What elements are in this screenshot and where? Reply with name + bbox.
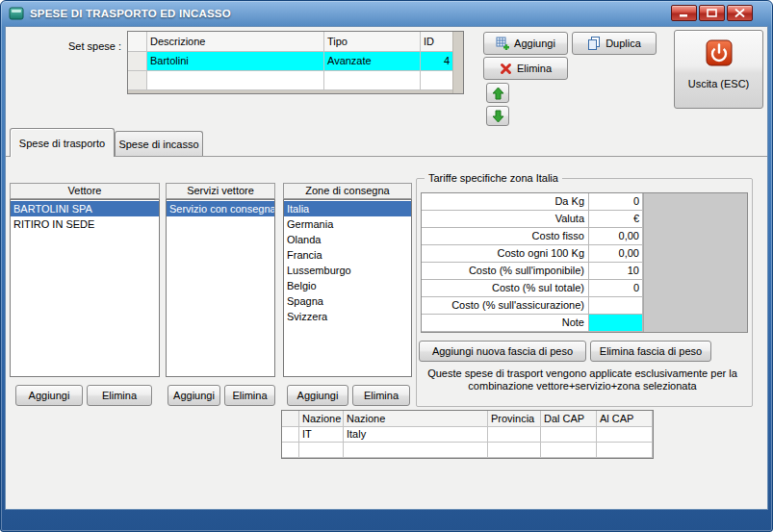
servizi-elimina-button[interactable]: Elimina bbox=[224, 385, 275, 406]
zone-listbox[interactable]: Italia Germania Olanda Francia Lussembur… bbox=[283, 199, 412, 377]
row-indicator-cell bbox=[128, 52, 147, 71]
duplica-label: Duplica bbox=[606, 38, 641, 49]
column-header-descrizione: Descrizione bbox=[147, 32, 324, 52]
column-header-nazione-codice: Nazione bbox=[299, 411, 344, 427]
tariffe-groupbox: Tariffe specifiche zona Italia Da Kg 0 V… bbox=[416, 178, 753, 407]
nazioni-row-empty[interactable] bbox=[282, 443, 653, 458]
zone-item[interactable]: Belgio bbox=[284, 278, 411, 293]
tariffe-grid-disabled-area bbox=[643, 193, 747, 332]
tariffe-group-title: Tariffe specifiche zona Italia bbox=[425, 171, 562, 185]
vettore-elimina-button[interactable]: Elimina bbox=[87, 385, 152, 406]
cell-nazione-codice[interactable]: IT bbox=[299, 427, 344, 443]
maximize-button[interactable] bbox=[699, 5, 725, 21]
set-spese-grid[interactable]: Descrizione Tipo ID Bartolini Avanzate 4 bbox=[127, 31, 464, 94]
green-arrow-up-icon bbox=[492, 87, 504, 100]
zone-item[interactable]: Francia bbox=[284, 247, 411, 263]
tariffe-value-note[interactable] bbox=[589, 315, 643, 332]
app-window: SPESE DI TRASPORTO ED INCASSO Set spese … bbox=[0, 0, 773, 532]
vettore-listbox[interactable]: BARTOLINI SPA RITIRO IN SEDE bbox=[10, 199, 160, 377]
green-arrow-down-icon bbox=[492, 110, 504, 123]
aggiungi-fascia-button[interactable]: Aggiungi nuova fascia di peso bbox=[419, 341, 586, 362]
zone-item[interactable]: Lussemburgo bbox=[284, 263, 411, 278]
uscita-button[interactable]: Uscita (ESC) bbox=[674, 30, 763, 109]
set-grid-header: Descrizione Tipo ID bbox=[128, 32, 463, 52]
tariffe-grid[interactable]: Da Kg 0 Valuta € Costo fisso 0,00 Costo … bbox=[421, 192, 748, 333]
aggiungi-set-button[interactable]: Aggiungi bbox=[483, 32, 568, 55]
tab-spese-di-incasso[interactable]: Spese di incasso bbox=[115, 131, 203, 157]
nazioni-row-selected[interactable]: IT Italy bbox=[282, 427, 653, 443]
tariffe-value-da-kg[interactable]: 0 bbox=[589, 193, 643, 211]
elimina-set-label: Elimina bbox=[517, 63, 552, 74]
close-button[interactable] bbox=[727, 5, 753, 21]
cell-al-cap[interactable] bbox=[597, 427, 653, 443]
power-icon bbox=[706, 39, 733, 66]
minimize-icon bbox=[679, 9, 689, 17]
cell-id[interactable]: 4 bbox=[421, 52, 453, 71]
tariffe-value-costo-fisso[interactable]: 0,00 bbox=[589, 228, 643, 245]
tab-spese-di-trasporto[interactable]: Spese di trasporto bbox=[10, 128, 115, 157]
set-grid-row-empty[interactable] bbox=[128, 71, 463, 90]
tab-trasporto-label: Spese di trasporto bbox=[19, 138, 105, 149]
elimina-fascia-button[interactable]: Elimina fascia di peso bbox=[590, 341, 711, 362]
servizi-item[interactable]: Servizio con consegna bbox=[167, 201, 274, 216]
zone-item[interactable]: Italia bbox=[284, 201, 411, 216]
zone-panel-title: Zone di consegna bbox=[283, 183, 412, 199]
zone-aggiungi-button[interactable]: Aggiungi bbox=[287, 385, 348, 406]
uscita-label: Uscita (ESC) bbox=[688, 78, 750, 89]
red-x-icon bbox=[500, 63, 512, 75]
column-header-tipo: Tipo bbox=[324, 32, 421, 52]
vettore-aggiungi-button[interactable]: Aggiungi bbox=[15, 385, 83, 406]
tariffe-value-perc-totale[interactable]: 0 bbox=[589, 280, 643, 297]
window-icon bbox=[9, 6, 24, 21]
minimize-button[interactable] bbox=[671, 5, 697, 21]
titlebar[interactable]: SPESE DI TRASPORTO ED INCASSO bbox=[1, 1, 772, 26]
set-spese-label: Set spese : bbox=[13, 39, 121, 53]
tariffe-value-valuta[interactable]: € bbox=[589, 211, 643, 228]
column-header-dal-cap: Dal CAP bbox=[541, 411, 597, 427]
vettore-item[interactable]: RITIRO IN SEDE bbox=[11, 216, 159, 232]
zone-elimina-button[interactable]: Elimina bbox=[352, 385, 410, 406]
move-down-button[interactable] bbox=[486, 106, 509, 126]
tariffe-value-perc-assicurazione[interactable] bbox=[589, 297, 643, 315]
move-up-button[interactable] bbox=[486, 83, 509, 103]
set-grid-scrollbar-strip bbox=[452, 32, 463, 93]
window-content: Set spese : Descrizione Tipo ID Bartolin… bbox=[5, 26, 768, 510]
elimina-set-button[interactable]: Elimina bbox=[483, 57, 568, 80]
close-icon bbox=[734, 9, 745, 17]
zone-item[interactable]: Germania bbox=[284, 216, 411, 232]
cell-tipo[interactable]: Avanzate bbox=[324, 52, 421, 71]
nazioni-grid[interactable]: Nazione Nazione Provincia Dal CAP Al CAP… bbox=[281, 410, 654, 459]
nazioni-header-row: Nazione Nazione Provincia Dal CAP Al CAP bbox=[282, 411, 653, 427]
cell-dal-cap[interactable] bbox=[541, 427, 597, 443]
maximize-icon bbox=[707, 9, 717, 17]
column-header-nazione-nome: Nazione bbox=[344, 411, 488, 427]
aggiungi-set-label: Aggiungi bbox=[514, 38, 555, 49]
set-grid-row-selected[interactable]: Bartolini Avanzate 4 bbox=[128, 52, 463, 71]
servizi-panel-title: Servizi vettore bbox=[166, 183, 275, 199]
cell-descrizione[interactable]: Bartolini bbox=[147, 52, 324, 71]
copy-icon bbox=[587, 37, 601, 50]
tab-incasso-label: Spese di incasso bbox=[118, 139, 198, 150]
vettore-item[interactable]: BARTOLINI SPA bbox=[11, 201, 159, 216]
table-add-icon bbox=[496, 37, 509, 50]
zone-item[interactable]: Svizzera bbox=[284, 309, 411, 324]
column-header-provincia: Provincia bbox=[488, 411, 541, 427]
cell-provincia[interactable] bbox=[488, 427, 541, 443]
zone-item[interactable]: Olanda bbox=[284, 232, 411, 247]
duplica-button[interactable]: Duplica bbox=[572, 32, 657, 55]
tariffe-value-perc-imponibile[interactable]: 10 bbox=[589, 263, 643, 280]
tariffe-value-costo-100kg[interactable]: 0,00 bbox=[589, 245, 643, 263]
zone-item[interactable]: Spagna bbox=[284, 293, 411, 309]
vettore-panel-title: Vettore bbox=[10, 183, 160, 199]
window-title: SPESE DI TRASPORTO ED INCASSO bbox=[30, 8, 231, 19]
servizi-listbox[interactable]: Servizio con consegna bbox=[166, 199, 275, 377]
tab-divider-line bbox=[6, 156, 767, 157]
tariffe-info-text: Queste spese di trasport vengono applica… bbox=[419, 367, 746, 393]
cell-nazione-nome[interactable]: Italy bbox=[344, 427, 488, 443]
column-header-al-cap: Al CAP bbox=[597, 411, 653, 427]
column-header-id: ID bbox=[421, 32, 453, 52]
servizi-aggiungi-button[interactable]: Aggiungi bbox=[167, 385, 220, 406]
